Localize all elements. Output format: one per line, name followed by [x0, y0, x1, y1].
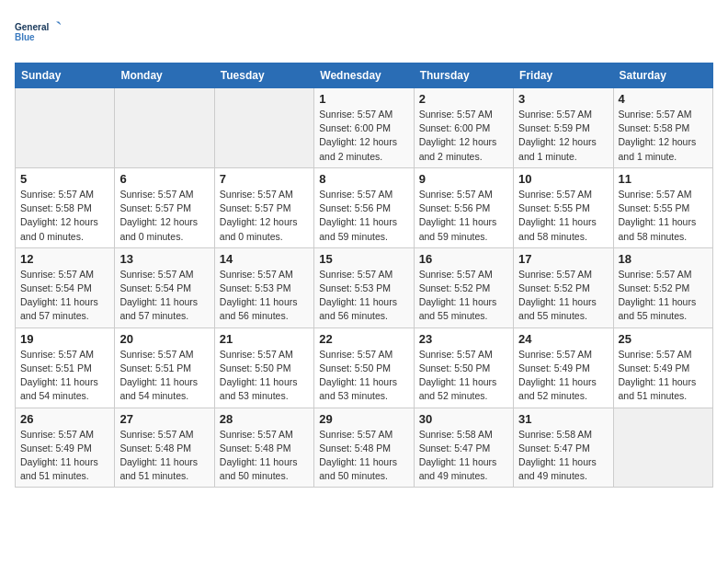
day-info: Sunrise: 5:57 AM Sunset: 5:48 PM Dayligh… [319, 428, 408, 484]
calendar-cell [613, 408, 712, 488]
day-info: Sunrise: 5:58 AM Sunset: 5:47 PM Dayligh… [419, 428, 508, 484]
day-number: 14 [220, 252, 309, 266]
day-number: 7 [220, 172, 309, 186]
calendar-cell: 12Sunrise: 5:57 AM Sunset: 5:54 PM Dayli… [16, 247, 115, 327]
day-info: Sunrise: 5:57 AM Sunset: 5:54 PM Dayligh… [119, 268, 209, 324]
day-info: Sunrise: 5:57 AM Sunset: 5:53 PM Dayligh… [220, 268, 309, 324]
day-number: 2 [419, 92, 508, 106]
weekday-header-row: SundayMondayTuesdayWednesdayThursdayFrid… [16, 63, 713, 88]
calendar-cell: 29Sunrise: 5:57 AM Sunset: 5:48 PM Dayli… [314, 408, 414, 488]
day-number: 11 [619, 172, 708, 186]
calendar-cell: 17Sunrise: 5:57 AM Sunset: 5:52 PM Dayli… [514, 247, 613, 327]
day-number: 21 [220, 332, 309, 346]
calendar-cell [16, 88, 115, 168]
calendar-cell: 6Sunrise: 5:57 AM Sunset: 5:57 PM Daylig… [115, 167, 214, 247]
day-info: Sunrise: 5:57 AM Sunset: 5:51 PM Dayligh… [119, 348, 209, 404]
day-number: 19 [20, 332, 109, 346]
calendar-cell: 2Sunrise: 5:57 AM Sunset: 6:00 PM Daylig… [414, 88, 513, 168]
day-info: Sunrise: 5:57 AM Sunset: 5:49 PM Dayligh… [518, 348, 608, 404]
calendar-cell: 14Sunrise: 5:57 AM Sunset: 5:53 PM Dayli… [214, 247, 313, 327]
svg-text:Blue: Blue [15, 32, 35, 42]
calendar-cell: 1Sunrise: 5:57 AM Sunset: 6:00 PM Daylig… [314, 88, 414, 168]
calendar-cell: 8Sunrise: 5:57 AM Sunset: 5:56 PM Daylig… [314, 167, 414, 247]
day-number: 16 [419, 252, 508, 266]
day-number: 29 [319, 412, 408, 426]
day-number: 30 [419, 412, 508, 426]
day-number: 26 [20, 412, 109, 426]
day-number: 5 [20, 172, 109, 186]
day-number: 25 [619, 332, 708, 346]
logo-svg: General Blue [15, 15, 61, 52]
weekday-header: Sunday [16, 63, 115, 88]
day-info: Sunrise: 5:57 AM Sunset: 5:52 PM Dayligh… [619, 268, 708, 324]
weekday-header: Friday [514, 63, 613, 88]
day-number: 8 [319, 172, 408, 186]
day-number: 3 [518, 92, 608, 106]
day-info: Sunrise: 5:57 AM Sunset: 5:51 PM Dayligh… [20, 348, 109, 404]
calendar-cell: 28Sunrise: 5:57 AM Sunset: 5:48 PM Dayli… [214, 408, 313, 488]
calendar-cell: 11Sunrise: 5:57 AM Sunset: 5:55 PM Dayli… [613, 167, 712, 247]
weekday-header: Wednesday [314, 63, 414, 88]
weekday-header: Tuesday [214, 63, 313, 88]
day-number: 31 [518, 412, 608, 426]
day-info: Sunrise: 5:57 AM Sunset: 5:49 PM Dayligh… [20, 428, 109, 484]
calendar-cell [214, 88, 313, 168]
day-info: Sunrise: 5:57 AM Sunset: 5:59 PM Dayligh… [518, 108, 608, 164]
svg-text:General: General [15, 22, 49, 32]
day-number: 28 [220, 412, 309, 426]
calendar-cell: 9Sunrise: 5:57 AM Sunset: 5:56 PM Daylig… [414, 167, 513, 247]
calendar-cell: 27Sunrise: 5:57 AM Sunset: 5:48 PM Dayli… [115, 408, 214, 488]
calendar-week-row: 1Sunrise: 5:57 AM Sunset: 6:00 PM Daylig… [16, 88, 713, 168]
day-number: 20 [119, 332, 209, 346]
weekday-header: Saturday [613, 63, 712, 88]
day-number: 10 [518, 172, 608, 186]
weekday-header: Monday [115, 63, 214, 88]
calendar-cell: 26Sunrise: 5:57 AM Sunset: 5:49 PM Dayli… [16, 408, 115, 488]
calendar-cell: 13Sunrise: 5:57 AM Sunset: 5:54 PM Dayli… [115, 247, 214, 327]
day-info: Sunrise: 5:57 AM Sunset: 5:50 PM Dayligh… [220, 348, 309, 404]
day-info: Sunrise: 5:57 AM Sunset: 5:55 PM Dayligh… [619, 188, 708, 244]
day-info: Sunrise: 5:57 AM Sunset: 5:50 PM Dayligh… [319, 348, 408, 404]
day-info: Sunrise: 5:57 AM Sunset: 5:58 PM Dayligh… [619, 108, 708, 164]
calendar-cell: 31Sunrise: 5:58 AM Sunset: 5:47 PM Dayli… [514, 408, 613, 488]
calendar-cell: 22Sunrise: 5:57 AM Sunset: 5:50 PM Dayli… [314, 327, 414, 408]
day-info: Sunrise: 5:57 AM Sunset: 5:56 PM Dayligh… [319, 188, 408, 244]
day-number: 18 [619, 252, 708, 266]
day-number: 4 [619, 92, 708, 106]
day-info: Sunrise: 5:57 AM Sunset: 6:00 PM Dayligh… [319, 108, 408, 164]
calendar-cell: 21Sunrise: 5:57 AM Sunset: 5:50 PM Dayli… [214, 327, 313, 408]
day-info: Sunrise: 5:58 AM Sunset: 5:47 PM Dayligh… [518, 428, 608, 484]
day-number: 1 [319, 92, 408, 106]
day-info: Sunrise: 5:57 AM Sunset: 5:49 PM Dayligh… [619, 348, 708, 404]
day-info: Sunrise: 5:57 AM Sunset: 5:48 PM Dayligh… [119, 428, 209, 484]
calendar-cell: 20Sunrise: 5:57 AM Sunset: 5:51 PM Dayli… [115, 327, 214, 408]
logo: General Blue [15, 15, 61, 52]
calendar-week-row: 26Sunrise: 5:57 AM Sunset: 5:49 PM Dayli… [16, 408, 713, 488]
calendar-cell: 25Sunrise: 5:57 AM Sunset: 5:49 PM Dayli… [613, 327, 712, 408]
day-number: 17 [518, 252, 608, 266]
day-number: 27 [119, 412, 209, 426]
day-number: 15 [319, 252, 408, 266]
day-info: Sunrise: 5:57 AM Sunset: 5:52 PM Dayligh… [419, 268, 508, 324]
calendar-cell: 7Sunrise: 5:57 AM Sunset: 5:57 PM Daylig… [214, 167, 313, 247]
svg-marker-2 [56, 22, 61, 26]
day-number: 13 [119, 252, 209, 266]
day-info: Sunrise: 5:57 AM Sunset: 5:52 PM Dayligh… [518, 268, 608, 324]
day-info: Sunrise: 5:57 AM Sunset: 5:56 PM Dayligh… [419, 188, 508, 244]
day-info: Sunrise: 5:57 AM Sunset: 5:58 PM Dayligh… [20, 188, 109, 244]
day-info: Sunrise: 5:57 AM Sunset: 5:57 PM Dayligh… [119, 188, 209, 244]
day-number: 23 [419, 332, 508, 346]
day-info: Sunrise: 5:57 AM Sunset: 5:57 PM Dayligh… [220, 188, 309, 244]
calendar-cell: 19Sunrise: 5:57 AM Sunset: 5:51 PM Dayli… [16, 327, 115, 408]
day-number: 22 [319, 332, 408, 346]
calendar-week-row: 12Sunrise: 5:57 AM Sunset: 5:54 PM Dayli… [16, 247, 713, 327]
day-info: Sunrise: 5:57 AM Sunset: 5:53 PM Dayligh… [319, 268, 408, 324]
day-number: 9 [419, 172, 508, 186]
calendar-cell: 10Sunrise: 5:57 AM Sunset: 5:55 PM Dayli… [514, 167, 613, 247]
calendar-cell: 24Sunrise: 5:57 AM Sunset: 5:49 PM Dayli… [514, 327, 613, 408]
calendar-cell: 3Sunrise: 5:57 AM Sunset: 5:59 PM Daylig… [514, 88, 613, 168]
day-number: 12 [20, 252, 109, 266]
day-number: 6 [119, 172, 209, 186]
calendar-cell: 30Sunrise: 5:58 AM Sunset: 5:47 PM Dayli… [414, 408, 513, 488]
day-info: Sunrise: 5:57 AM Sunset: 5:55 PM Dayligh… [518, 188, 608, 244]
